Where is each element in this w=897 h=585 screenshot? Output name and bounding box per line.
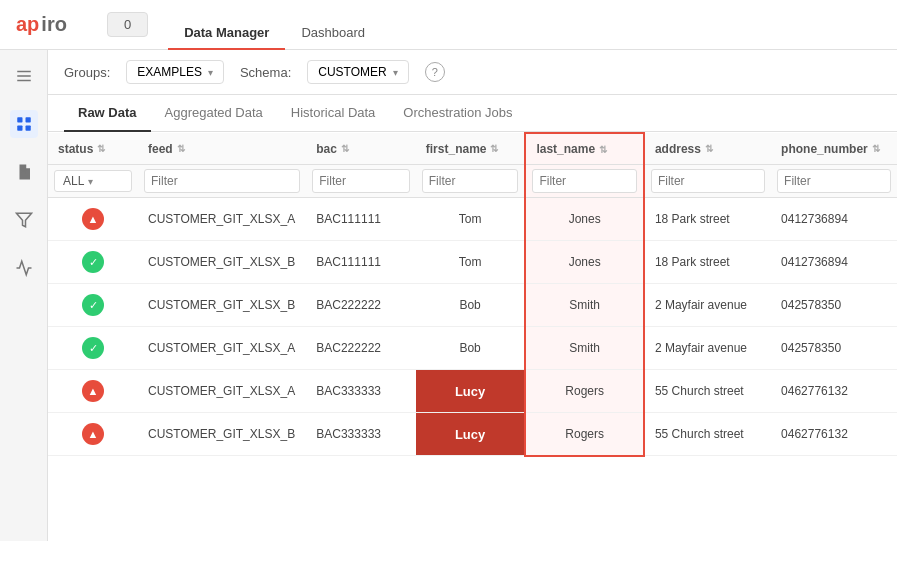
sub-tab-raw-data[interactable]: Raw Data — [64, 95, 151, 132]
sub-tab-orchestration-jobs[interactable]: Orchestration Jobs — [389, 95, 526, 132]
feed-cell: CUSTOMER_GIT_XLSX_A — [138, 327, 306, 370]
address-filter-input[interactable] — [651, 169, 765, 193]
feed-cell: CUSTOMER_GIT_XLSX_B — [138, 284, 306, 327]
status-cell: ✓ — [48, 241, 138, 284]
status-filter-value: ALL — [63, 174, 84, 188]
svg-rect-5 — [17, 126, 22, 131]
last-name-cell: Rogers — [525, 370, 644, 413]
ok-icon: ✓ — [82, 251, 104, 273]
ok-icon: ✓ — [82, 337, 104, 359]
bac-cell: BAC111111 — [306, 241, 416, 284]
last-name-filter-input[interactable] — [532, 169, 637, 193]
last-name-cell: Jones — [525, 241, 644, 284]
sort-icon-phone[interactable]: ⇅ — [872, 143, 880, 154]
groups-value: EXAMPLES — [137, 65, 202, 79]
address-cell: 18 Park street — [644, 241, 771, 284]
status-filter-arrow-icon: ▾ — [88, 176, 93, 187]
last-name-cell: Rogers — [525, 413, 644, 456]
bac-cell: BAC222222 — [306, 327, 416, 370]
phone-filter-cell — [771, 165, 897, 198]
sort-icon-status[interactable]: ⇅ — [97, 143, 105, 154]
error-icon: ▲ — [82, 380, 104, 402]
content-area: Groups: EXAMPLES ▾ Schema: CUSTOMER ▾ ? … — [48, 50, 897, 541]
svg-rect-1 — [17, 75, 31, 77]
schema-select[interactable]: CUSTOMER ▾ — [307, 60, 408, 84]
table-filter-row: ALL ▾ — [48, 165, 897, 198]
col-first-name-label: first_name — [426, 142, 487, 156]
table-body: ▲CUSTOMER_GIT_XLSX_ABAC111111TomJones18 … — [48, 198, 897, 456]
counter-badge: 0 — [107, 12, 148, 37]
first-name-filter-input[interactable] — [422, 169, 519, 193]
document-icon[interactable] — [10, 158, 38, 186]
col-last-name: last_name⇅ — [525, 133, 644, 165]
last-name-cell: Smith — [525, 284, 644, 327]
first-name-filter-cell — [416, 165, 526, 198]
filter-bar: Groups: EXAMPLES ▾ Schema: CUSTOMER ▾ ? — [48, 50, 897, 95]
filter-icon[interactable] — [10, 206, 38, 234]
menu-icon[interactable] — [10, 62, 38, 90]
sort-icon-first-name[interactable]: ⇅ — [490, 143, 498, 154]
sort-icon-feed[interactable]: ⇅ — [177, 143, 185, 154]
tab-dashboard[interactable]: Dashboard — [285, 1, 381, 50]
col-status-label: status — [58, 142, 93, 156]
col-address-label: address — [655, 142, 701, 156]
sort-icon-bac[interactable]: ⇅ — [341, 143, 349, 154]
svg-rect-8 — [21, 173, 26, 174]
phone-filter-input[interactable] — [777, 169, 891, 193]
chart-icon[interactable] — [10, 254, 38, 282]
status-filter-cell: ALL ▾ — [48, 165, 138, 198]
col-feed-label: feed — [148, 142, 173, 156]
help-icon[interactable]: ? — [425, 62, 445, 82]
groups-label: Groups: — [64, 65, 110, 80]
svg-rect-0 — [17, 71, 31, 73]
ok-icon: ✓ — [82, 294, 104, 316]
phone-cell: 042578350 — [771, 327, 897, 370]
error-icon: ▲ — [82, 423, 104, 445]
sub-tab-aggregated-data[interactable]: Aggregated Data — [151, 95, 277, 132]
database-icon[interactable] — [10, 110, 38, 138]
svg-rect-4 — [25, 117, 30, 122]
last-name-filter-cell — [525, 165, 644, 198]
status-filter-select[interactable]: ALL ▾ — [54, 170, 132, 192]
first-name-cell: Tom — [416, 198, 526, 241]
schema-label: Schema: — [240, 65, 291, 80]
col-feed: feed⇅ — [138, 133, 306, 165]
table-row: ▲CUSTOMER_GIT_XLSX_ABAC111111TomJones18 … — [48, 198, 897, 241]
svg-rect-3 — [17, 117, 22, 122]
feed-cell: CUSTOMER_GIT_XLSX_B — [138, 413, 306, 456]
error-icon: ▲ — [82, 208, 104, 230]
feed-cell: CUSTOMER_GIT_XLSX_A — [138, 370, 306, 413]
logo-ap: ap — [16, 13, 39, 36]
groups-select[interactable]: EXAMPLES ▾ — [126, 60, 224, 84]
table-row: ▲CUSTOMER_GIT_XLSX_BBAC333333LucyRogers5… — [48, 413, 897, 456]
phone-cell: 0462776132 — [771, 413, 897, 456]
groups-arrow-icon: ▾ — [208, 67, 213, 78]
bac-filter-input[interactable] — [312, 169, 410, 193]
status-cell: ▲ — [48, 370, 138, 413]
bac-cell: BAC333333 — [306, 413, 416, 456]
feed-cell: CUSTOMER_GIT_XLSX_A — [138, 198, 306, 241]
last-name-cell: Jones — [525, 198, 644, 241]
col-status: status⇅ — [48, 133, 138, 165]
address-cell: 2 Mayfair avenue — [644, 284, 771, 327]
sort-icon-address[interactable]: ⇅ — [705, 143, 713, 154]
sidebar — [0, 50, 48, 541]
phone-cell: 0412736894 — [771, 198, 897, 241]
feed-filter-cell — [138, 165, 306, 198]
main-layout: Groups: EXAMPLES ▾ Schema: CUSTOMER ▾ ? … — [0, 50, 897, 541]
col-last-name-label: last_name — [536, 142, 595, 156]
tab-data-manager[interactable]: Data Manager — [168, 1, 285, 50]
bac-cell: BAC111111 — [306, 198, 416, 241]
feed-cell: CUSTOMER_GIT_XLSX_B — [138, 241, 306, 284]
bac-cell: BAC222222 — [306, 284, 416, 327]
feed-filter-input[interactable] — [144, 169, 300, 193]
status-cell: ✓ — [48, 327, 138, 370]
sub-tabs: Raw Data Aggregated Data Historical Data… — [48, 95, 897, 132]
sort-icon-last-name[interactable]: ⇅ — [599, 144, 607, 155]
sub-tab-historical-data[interactable]: Historical Data — [277, 95, 390, 132]
first-name-cell: Lucy — [416, 413, 526, 456]
top-bar: apiro 0 Data Manager Dashboard — [0, 0, 897, 50]
phone-cell: 042578350 — [771, 284, 897, 327]
svg-marker-9 — [16, 213, 31, 227]
table-header-row: status⇅ feed⇅ bac⇅ first_name⇅ last_name — [48, 133, 897, 165]
